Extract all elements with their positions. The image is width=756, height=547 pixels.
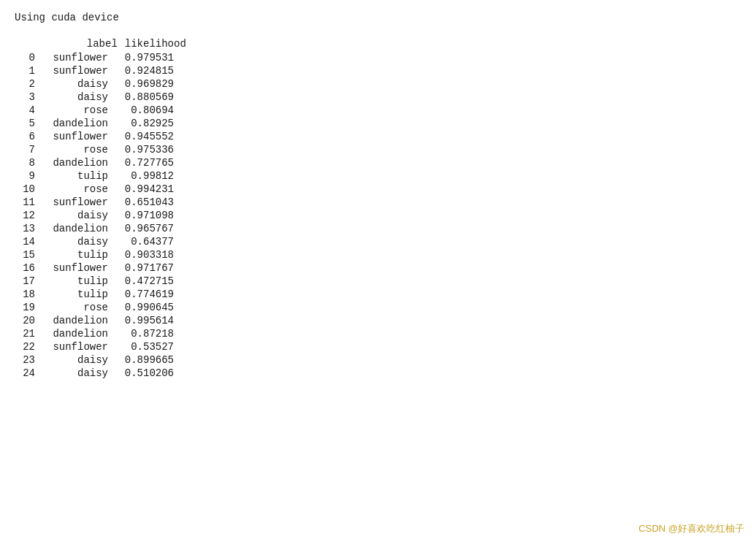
col-likelihood-header: likelihood xyxy=(121,38,186,50)
column-headers: labellikelihood xyxy=(15,26,741,50)
row-index: 23 xyxy=(15,353,35,367)
row-label: sunflower xyxy=(35,130,108,143)
table-row: 7rose0.975336 xyxy=(15,143,174,156)
row-label: tulip xyxy=(35,169,108,183)
data-table: 0sunflower0.9795311sunflower0.9248152dai… xyxy=(15,51,174,380)
row-likelihood: 0.994231 xyxy=(108,183,174,196)
row-likelihood: 0.472715 xyxy=(108,275,174,288)
row-index: 10 xyxy=(15,183,35,196)
row-label: daisy xyxy=(35,235,108,248)
table-row: 1sunflower0.924815 xyxy=(15,64,174,77)
row-likelihood: 0.903318 xyxy=(108,248,174,261)
row-index: 24 xyxy=(15,367,35,380)
row-likelihood: 0.975336 xyxy=(108,143,174,156)
row-label: daisy xyxy=(35,353,108,367)
row-index: 8 xyxy=(15,156,35,169)
row-label: sunflower xyxy=(35,64,108,77)
row-label: sunflower xyxy=(35,196,108,209)
table-row: 14daisy0.64377 xyxy=(15,235,174,248)
row-likelihood: 0.80694 xyxy=(108,104,174,117)
table-row: 6sunflower0.945552 xyxy=(15,130,174,143)
table-row: 5dandelion0.82925 xyxy=(15,117,174,130)
row-likelihood: 0.99812 xyxy=(108,169,174,183)
table-row: 23daisy0.899665 xyxy=(15,353,174,367)
row-label: rose xyxy=(35,301,108,314)
row-index: 0 xyxy=(15,51,35,64)
row-index: 2 xyxy=(15,77,35,91)
table-row: 15tulip0.903318 xyxy=(15,248,174,261)
row-likelihood: 0.87218 xyxy=(108,327,174,340)
row-label: tulip xyxy=(35,288,108,301)
row-label: tulip xyxy=(35,275,108,288)
row-index: 22 xyxy=(15,340,35,353)
row-likelihood: 0.995614 xyxy=(108,314,174,327)
row-index: 6 xyxy=(15,130,35,143)
row-label: sunflower xyxy=(35,261,108,275)
row-index: 7 xyxy=(15,143,35,156)
row-likelihood: 0.971767 xyxy=(108,261,174,275)
row-likelihood: 0.969829 xyxy=(108,77,174,91)
row-likelihood: 0.971098 xyxy=(108,209,174,222)
table-row: 0sunflower0.979531 xyxy=(15,51,174,64)
row-index: 19 xyxy=(15,301,35,314)
table-row: 12daisy0.971098 xyxy=(15,209,174,222)
row-index: 14 xyxy=(15,235,35,248)
table-row: 9tulip0.99812 xyxy=(15,169,174,183)
table-row: 17tulip0.472715 xyxy=(15,275,174,288)
row-index: 20 xyxy=(15,314,35,327)
row-index: 13 xyxy=(15,222,35,235)
row-label: rose xyxy=(35,143,108,156)
col-label-header: label xyxy=(27,38,121,50)
row-label: dandelion xyxy=(35,156,108,169)
row-likelihood: 0.880569 xyxy=(108,91,174,104)
row-index: 18 xyxy=(15,288,35,301)
row-likelihood: 0.979531 xyxy=(108,51,174,64)
row-likelihood: 0.899665 xyxy=(108,353,174,367)
row-index: 9 xyxy=(15,169,35,183)
row-index: 4 xyxy=(15,104,35,117)
row-likelihood: 0.924815 xyxy=(108,64,174,77)
table-row: 21dandelion0.87218 xyxy=(15,327,174,340)
table-row: 3daisy0.880569 xyxy=(15,91,174,104)
row-label: sunflower xyxy=(35,340,108,353)
row-index: 11 xyxy=(15,196,35,209)
row-label: daisy xyxy=(35,77,108,91)
row-likelihood: 0.965767 xyxy=(108,222,174,235)
table-row: 18tulip0.774619 xyxy=(15,288,174,301)
table-row: 20dandelion0.995614 xyxy=(15,314,174,327)
row-index: 21 xyxy=(15,327,35,340)
row-label: daisy xyxy=(35,91,108,104)
row-likelihood: 0.510206 xyxy=(108,367,174,380)
row-index: 17 xyxy=(15,275,35,288)
row-likelihood: 0.990645 xyxy=(108,301,174,314)
row-label: dandelion xyxy=(35,222,108,235)
row-likelihood: 0.82925 xyxy=(108,117,174,130)
watermark: CSDN @好喜欢吃红柚子 xyxy=(638,522,744,535)
table-row: 11sunflower0.651043 xyxy=(15,196,174,209)
device-line: Using cuda device xyxy=(15,12,741,23)
row-label: sunflower xyxy=(35,51,108,64)
table-row: 22sunflower0.53527 xyxy=(15,340,174,353)
table-row: 8dandelion0.727765 xyxy=(15,156,174,169)
row-label: dandelion xyxy=(35,314,108,327)
table-row: 19rose0.990645 xyxy=(15,301,174,314)
row-likelihood: 0.651043 xyxy=(108,196,174,209)
table-row: 16sunflower0.971767 xyxy=(15,261,174,275)
row-likelihood: 0.64377 xyxy=(108,235,174,248)
row-index: 5 xyxy=(15,117,35,130)
row-label: tulip xyxy=(35,248,108,261)
row-label: rose xyxy=(35,104,108,117)
row-index: 16 xyxy=(15,261,35,275)
row-label: daisy xyxy=(35,209,108,222)
row-index: 1 xyxy=(15,64,35,77)
row-likelihood: 0.774619 xyxy=(108,288,174,301)
row-likelihood: 0.53527 xyxy=(108,340,174,353)
table-row: 4rose0.80694 xyxy=(15,104,174,117)
table-row: 24daisy0.510206 xyxy=(15,367,174,380)
table-row: 13dandelion0.965767 xyxy=(15,222,174,235)
row-label: rose xyxy=(35,183,108,196)
row-likelihood: 0.945552 xyxy=(108,130,174,143)
row-index: 15 xyxy=(15,248,35,261)
row-likelihood: 0.727765 xyxy=(108,156,174,169)
table-row: 10rose0.994231 xyxy=(15,183,174,196)
